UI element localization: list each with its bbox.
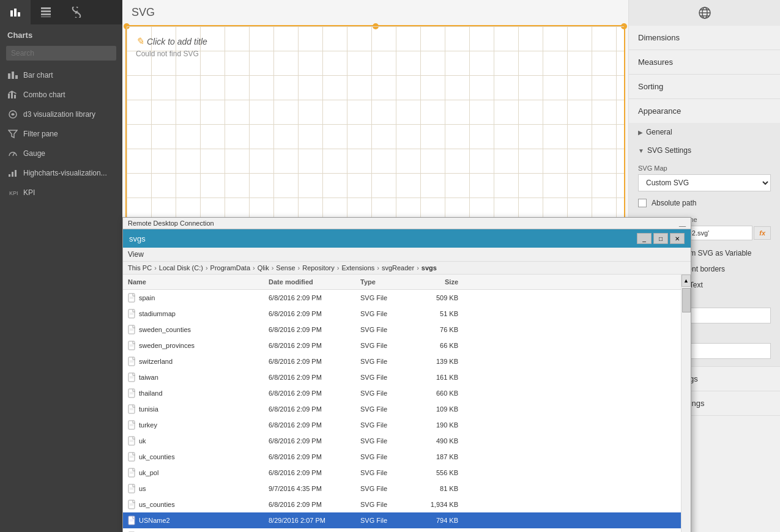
col-date[interactable]: Date modified [264, 277, 355, 287]
path-part-2[interactable]: ProgramData [210, 264, 250, 272]
col-type[interactable]: Type [355, 277, 417, 287]
table-row[interactable]: spain 6/8/2016 2:09 PM SVG File 509 KB [123, 290, 681, 306]
general-label: General [646, 128, 672, 136]
svg-rect-18 [15, 170, 17, 177]
svg-rect-10 [8, 94, 10, 98]
sidebar-item-label: KPI [23, 188, 35, 197]
svg-rect-62 [128, 516, 135, 525]
file-size: 509 KB [417, 293, 466, 303]
canvas-error: Could not find SVG [136, 50, 199, 58]
table-row[interactable]: uk_pol 6/8/2016 2:09 PM SVG File 556 KB [123, 465, 681, 481]
close-btn[interactable]: ✕ [670, 233, 685, 244]
sidebar-item-bar-chart[interactable]: Bar chart [0, 65, 122, 85]
file-type: SVG File [355, 404, 417, 414]
gauge-icon [7, 148, 18, 159]
path-part-5[interactable]: Repository [302, 264, 335, 272]
path-part-1[interactable]: Local Disk (C:) [159, 264, 203, 272]
file-date: 6/8/2016 2:09 PM [264, 372, 355, 382]
sidebar-item-filter-pane[interactable]: Filter pane [0, 124, 122, 144]
file-name: uk [139, 437, 146, 445]
d3-icon [7, 109, 18, 120]
file-name: spain [139, 294, 155, 301]
col-name[interactable]: Name [123, 277, 264, 287]
path-part-6[interactable]: Extensions [341, 264, 374, 272]
minimize-btn[interactable]: _ [637, 233, 652, 244]
sidebar-item-d3[interactable]: d3 visualization library [0, 105, 122, 124]
sorting-header[interactable]: Sorting [629, 75, 780, 98]
path-part-4[interactable]: Sense [276, 264, 295, 272]
combo-chart-icon [7, 89, 18, 100]
path-part-8[interactable]: svgs [422, 264, 437, 272]
table-row[interactable]: uk_counties 6/8/2016 2:09 PM SVG File 18… [123, 449, 681, 465]
svg-rect-44 [128, 421, 135, 429]
svg-rect-26 [128, 325, 135, 334]
file-type: SVG File [355, 293, 417, 303]
table-row[interactable]: usnohi 9/7/2016 3:54 PM SVG File 81 KB [123, 528, 681, 532]
table-row[interactable]: us 9/7/2016 4:35 PM SVG File 81 KB [123, 481, 681, 497]
table-row[interactable]: switzerland 6/8/2016 2:09 PM SVG File 13… [123, 353, 681, 369]
table-view-btn[interactable] [31, 0, 61, 24]
dimensions-header[interactable]: Dimensions [629, 26, 780, 50]
right-panel-globe-icon [629, 0, 780, 26]
sidebar-item-combo-chart[interactable]: Combo chart [0, 85, 122, 105]
link-view-btn[interactable] [61, 0, 92, 24]
svg-rect-8 [12, 72, 14, 79]
file-date: 8/29/2016 2:07 PM [264, 515, 355, 525]
sidebar-item-gauge[interactable]: Gauge [0, 144, 122, 163]
path-part-3[interactable]: Qlik [258, 264, 269, 272]
file-size: 190 KB [417, 420, 466, 430]
table-row[interactable]: sweden_provinces 6/8/2016 2:09 PM SVG Fi… [123, 338, 681, 353]
file-type: SVG File [355, 420, 417, 430]
table-row[interactable]: sweden_counties 6/8/2016 2:09 PM SVG Fil… [123, 322, 681, 338]
measures-header[interactable]: Measures [629, 50, 780, 74]
file-type: SVG File [355, 436, 417, 446]
absolute-path-checkbox[interactable] [638, 199, 647, 207]
path-part-0[interactable]: This PC [128, 264, 152, 272]
file-date: 6/8/2016 2:09 PM [264, 293, 355, 303]
file-name: thailand [139, 390, 163, 397]
file-size: 139 KB [417, 357, 466, 366]
dialog-scrollbar[interactable]: ▲ ▼ [681, 275, 691, 532]
table-row[interactable]: turkey 6/8/2016 2:09 PM SVG File 190 KB [123, 417, 681, 433]
svg-settings-subsection-header[interactable]: ▼ SVG Settings [629, 141, 780, 160]
table-row[interactable]: tunisia 6/8/2016 2:09 PM SVG File 109 KB [123, 401, 681, 417]
sidebar-item-label: Highcharts-visualization... [23, 169, 107, 177]
table-row[interactable]: taiwan 6/8/2016 2:09 PM SVG File 161 KB [123, 369, 681, 385]
canvas-click-title[interactable]: ✎ Click to add title [136, 35, 207, 47]
kpi-icon: KPI [7, 187, 18, 198]
svg-map-select[interactable]: Custom SVG US World [638, 174, 771, 191]
path-part-7[interactable]: svgReader [382, 264, 414, 272]
appearance-header[interactable]: Appearance [629, 99, 780, 123]
fx-button[interactable]: fx [754, 226, 771, 240]
svg-rect-12 [14, 95, 16, 98]
svg-rect-38 [128, 389, 135, 397]
restore-btn[interactable]: □ [653, 233, 668, 244]
table-row[interactable]: uk 6/8/2016 2:09 PM SVG File 490 KB [123, 433, 681, 449]
search-input[interactable] [6, 46, 116, 61]
file-type: SVG File [355, 468, 417, 478]
file-name: uk_counties [139, 453, 175, 460]
file-type: SVG File [355, 325, 417, 334]
file-name: sweden_provinces [139, 342, 195, 349]
table-row[interactable]: us_counties 6/8/2016 2:09 PM SVG File 1,… [123, 497, 681, 512]
svg-rect-50 [128, 453, 135, 461]
charts-view-btn[interactable] [0, 0, 31, 24]
col-size[interactable]: Size [417, 277, 466, 287]
sidebar-item-highcharts[interactable]: Highcharts-visualization... [0, 163, 122, 183]
file-rows: spain 6/8/2016 2:09 PM SVG File 509 KB s… [123, 290, 681, 532]
svg-rect-59 [128, 500, 135, 509]
file-type: SVG File [355, 372, 417, 382]
table-row[interactable]: thailand 6/8/2016 2:09 PM SVG File 660 K… [123, 385, 681, 401]
general-subsection-header[interactable]: ▶ General [629, 123, 780, 141]
sidebar-item-kpi[interactable]: KPI KPI [0, 183, 122, 202]
toolbar-view[interactable]: View [128, 250, 144, 259]
svg-settings-label: SVG Settings [647, 146, 691, 155]
scrollbar-thumb[interactable] [682, 288, 691, 312]
table-row[interactable]: USName2 8/29/2016 2:07 PM SVG File 794 K… [123, 512, 681, 528]
svg-rect-7 [8, 73, 10, 79]
svg-rect-3 [41, 7, 51, 9]
table-row[interactable]: stadiummap 6/8/2016 2:09 PM SVG File 51 … [123, 306, 681, 322]
absolute-path-row[interactable]: Absolute path [629, 195, 780, 211]
file-date: 6/8/2016 2:09 PM [264, 341, 355, 350]
sidebar-item-label: Bar chart [23, 71, 53, 79]
